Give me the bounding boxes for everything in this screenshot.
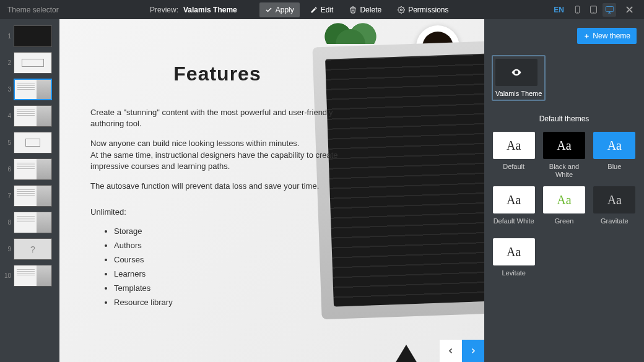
- desktop-icon: [605, 5, 614, 14]
- permissions-label: Permissions: [408, 6, 448, 14]
- theme-item-blue[interactable]: AaBlue: [593, 132, 637, 179]
- theme-item-label: Blue: [593, 163, 637, 176]
- slide-thumbnail-1[interactable]: [14, 25, 52, 47]
- slide-thumbnail-3[interactable]: [14, 79, 52, 100]
- custom-theme-item[interactable]: Valamis Theme: [492, 55, 546, 101]
- default-themes-heading: Default themes: [492, 114, 637, 123]
- clip-decor: [388, 337, 425, 362]
- edit-button[interactable]: Edit: [305, 2, 339, 17]
- theme-swatch: Aa: [493, 132, 535, 159]
- theme-item-label: Default White: [492, 217, 536, 231]
- theme-panel: New theme Valamis Theme Default themes A…: [484, 19, 644, 362]
- theme-item-green[interactable]: AaGreen: [542, 186, 586, 231]
- language-selector[interactable]: EN: [554, 6, 564, 14]
- theme-item-gravitate[interactable]: AaGravitate: [593, 186, 637, 231]
- slide-thumbnail-7[interactable]: [14, 185, 52, 207]
- thumb-number: 10: [4, 272, 11, 279]
- gear-icon: [398, 6, 405, 14]
- theme-swatch: Aa: [593, 186, 635, 213]
- svg-point-10: [516, 72, 518, 74]
- theme-item-label: Green: [542, 217, 586, 231]
- thumb-number: 3: [4, 86, 11, 93]
- chevron-left-icon: [447, 347, 455, 355]
- slide-preview: Features Create a "stunning" content wit…: [59, 19, 484, 362]
- thumb-number: 8: [4, 219, 11, 226]
- prev-slide-button[interactable]: [440, 340, 462, 362]
- app-title: Theme selector: [7, 6, 150, 14]
- plus-icon: [583, 33, 590, 40]
- slide-thumbnail-5[interactable]: [14, 132, 52, 153]
- theme-grid: AaDefaultAaBlack and WhiteAaBlueAaDefaul…: [492, 132, 637, 283]
- delete-label: Delete: [360, 6, 381, 14]
- preview-prefix: Preview:: [150, 6, 178, 14]
- permissions-button[interactable]: Permissions: [392, 2, 454, 17]
- slide-content: Features Create a "stunning" content wit…: [59, 19, 381, 337]
- feature-list-item: Templates: [114, 283, 344, 293]
- thumb-number: 2: [4, 59, 11, 66]
- new-theme-label: New theme: [593, 32, 630, 40]
- slide-thumbnail-6[interactable]: [14, 158, 52, 180]
- theme-swatch: Aa: [593, 132, 635, 159]
- thumbnail-strip: 123456789?10: [0, 19, 59, 362]
- theme-item-default[interactable]: AaDefault: [492, 132, 536, 179]
- new-theme-button[interactable]: New theme: [577, 28, 637, 44]
- slide-title: Features: [90, 62, 344, 85]
- theme-swatch: Aa: [543, 186, 585, 213]
- svg-point-0: [401, 9, 402, 11]
- check-icon: [265, 6, 272, 14]
- feature-list-item: Courses: [114, 255, 344, 264]
- slide-nav: [440, 340, 484, 362]
- phone-icon: [573, 5, 582, 14]
- slide-thumbnail-4[interactable]: [14, 105, 52, 127]
- theme-item-label: Default: [492, 163, 536, 176]
- slide-para-3: The autosave function will prevent data …: [90, 181, 344, 192]
- apply-button[interactable]: Apply: [259, 2, 300, 17]
- theme-item-label: Levitate: [492, 269, 536, 283]
- delete-button[interactable]: Delete: [344, 2, 387, 17]
- feature-list-item: Learners: [114, 269, 344, 278]
- slide-thumbnail-10[interactable]: [14, 265, 52, 287]
- slide-thumbnail-9[interactable]: ?: [14, 238, 52, 260]
- svg-rect-5: [606, 7, 614, 12]
- thumb-number: 7: [4, 192, 11, 199]
- thumb-number: 5: [4, 139, 11, 146]
- apply-label: Apply: [276, 6, 294, 14]
- preview-theme-name: Valamis Theme: [183, 6, 237, 14]
- device-tablet-button[interactable]: [586, 3, 600, 17]
- close-button[interactable]: ✕: [622, 3, 637, 17]
- feature-list-item: Authors: [114, 241, 344, 250]
- theme-item-default-white[interactable]: AaDefault White: [492, 186, 536, 231]
- trash-icon: [349, 6, 357, 14]
- slide-thumbnail-8[interactable]: [14, 212, 52, 233]
- topbar-right: EN ✕: [554, 3, 637, 17]
- topbar-center: Preview: Valamis Theme Apply Edit Delete…: [150, 2, 554, 17]
- unlimited-label: Unlimited:: [90, 207, 344, 218]
- thumb-number: 1: [4, 33, 11, 40]
- feature-list-item: Storage: [114, 226, 344, 236]
- next-slide-button[interactable]: [462, 340, 484, 362]
- device-phone-button[interactable]: [570, 3, 584, 17]
- thumb-number: 6: [4, 166, 11, 173]
- custom-theme-label: Valamis Theme: [495, 90, 542, 97]
- slide-para-2: Now anyone can build nice looking lesson…: [90, 138, 344, 172]
- theme-item-black-and-white[interactable]: AaBlack and White: [542, 132, 586, 179]
- theme-swatch: Aa: [493, 186, 535, 213]
- custom-theme-swatch: [495, 59, 537, 86]
- feature-list: StorageAuthorsCoursesLearnersTemplatesRe…: [114, 226, 344, 307]
- eye-icon: [508, 67, 525, 78]
- theme-item-label: Black and White: [542, 163, 586, 179]
- thumb-number: 4: [4, 113, 11, 119]
- theme-item-label: Gravitate: [593, 217, 637, 231]
- theme-swatch: Aa: [493, 238, 535, 265]
- edit-label: Edit: [321, 6, 334, 14]
- chevron-right-icon: [469, 347, 477, 355]
- theme-item-levitate[interactable]: AaLevitate: [492, 238, 536, 283]
- pencil-icon: [310, 6, 318, 14]
- theme-swatch: Aa: [543, 132, 585, 159]
- slide-para-1: Create a "stunning" content with the mos…: [90, 107, 344, 129]
- slide-thumbnail-2[interactable]: [14, 52, 52, 74]
- device-desktop-button[interactable]: [603, 3, 616, 17]
- feature-list-item: Resource library: [114, 298, 344, 307]
- thumb-number: 9: [4, 246, 11, 252]
- close-icon: ✕: [625, 4, 634, 16]
